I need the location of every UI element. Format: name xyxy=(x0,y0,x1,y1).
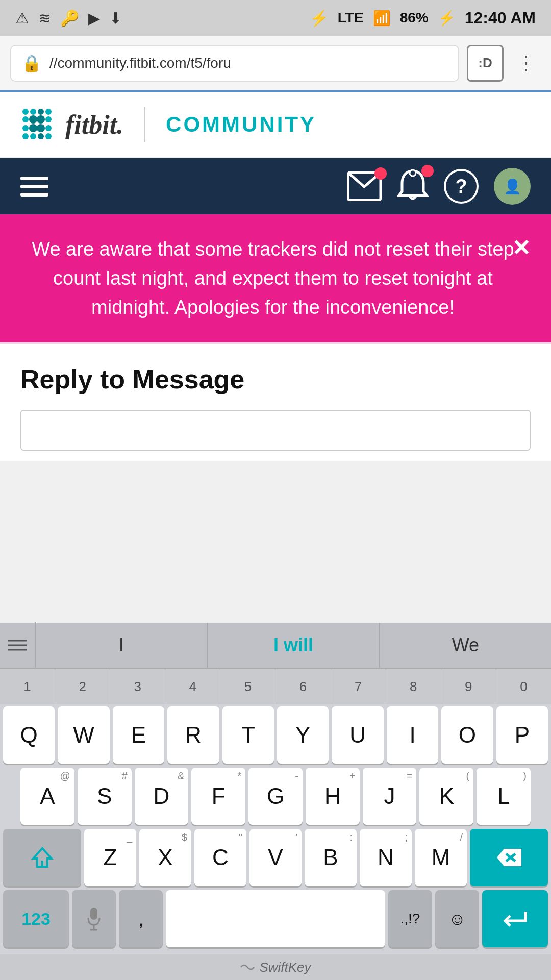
key-b[interactable]: :B xyxy=(305,829,357,886)
key-i[interactable]: I xyxy=(387,706,438,764)
play-icon: ▶ xyxy=(88,9,100,27)
key-m[interactable]: /M xyxy=(415,829,467,886)
prediction-bar: I I will We xyxy=(0,623,551,669)
reply-title: Reply to Message xyxy=(20,364,531,395)
key-row-1: Q W E R T Y U I O P xyxy=(0,704,551,766)
svg-point-12 xyxy=(22,133,29,139)
svg-point-8 xyxy=(22,125,29,131)
enter-key[interactable] xyxy=(482,890,548,947)
pred-menu-icon[interactable] xyxy=(0,622,36,668)
backspace-icon xyxy=(496,848,522,867)
key-g[interactable]: -G xyxy=(248,768,303,825)
avatar[interactable]: 👤 xyxy=(494,168,531,205)
key-v[interactable]: 'V xyxy=(249,829,302,886)
status-icons-right: ⚡ LTE 📶 86% ⚡ 12:40 AM xyxy=(310,9,536,28)
period-key[interactable]: .,!? xyxy=(388,890,432,947)
keyboard: I I will We 1 2 3 4 5 6 7 8 9 0 Q W E R … xyxy=(0,623,551,980)
status-icons-left: ⚠ ≋ 🔑 ▶ ⬇ xyxy=(15,9,122,27)
site-header: fitbit. COMMUNITY xyxy=(0,92,551,158)
page-content: Reply to Message xyxy=(0,342,551,461)
charging-icon: ⚡ xyxy=(438,10,456,27)
prediction-center[interactable]: I will xyxy=(208,623,380,668)
svg-point-7 xyxy=(45,116,52,122)
svg-point-2 xyxy=(38,109,44,115)
key-p[interactable]: P xyxy=(496,706,548,764)
key-h[interactable]: +H xyxy=(306,768,360,825)
tab-button[interactable]: :D xyxy=(467,45,504,82)
svg-point-11 xyxy=(45,125,52,131)
key-n[interactable]: ;N xyxy=(360,829,412,886)
key-z[interactable]: _Z xyxy=(84,829,136,886)
num-hint-1: 1 xyxy=(0,669,55,704)
hamburger-menu[interactable] xyxy=(20,177,48,197)
emoji-key[interactable]: ☺ xyxy=(435,890,479,947)
key-t[interactable]: T xyxy=(222,706,274,764)
key-u[interactable]: U xyxy=(332,706,383,764)
browser-menu-button[interactable]: ⋮ xyxy=(511,52,541,75)
prediction-right[interactable]: We xyxy=(380,623,551,668)
reply-input[interactable] xyxy=(20,410,531,451)
key-e[interactable]: E xyxy=(113,706,164,764)
key-row-2: @A #S &D *F -G +H =J (K )L xyxy=(0,766,551,827)
svg-point-9 xyxy=(29,124,37,132)
mic-key[interactable] xyxy=(72,890,116,947)
key-j[interactable]: =J xyxy=(363,768,417,825)
shift-key[interactable] xyxy=(3,829,81,886)
key-a[interactable]: @A xyxy=(20,768,74,825)
svg-point-3 xyxy=(45,109,52,115)
num-switch-key[interactable]: 123 xyxy=(3,890,69,947)
key-q[interactable]: Q xyxy=(3,706,55,764)
clock: 12:40 AM xyxy=(465,9,536,28)
number-hint-row: 1 2 3 4 5 6 7 8 9 0 xyxy=(0,669,551,704)
svg-rect-26 xyxy=(90,908,97,920)
key-k[interactable]: (K xyxy=(419,768,473,825)
space-key[interactable] xyxy=(166,890,385,947)
nav-icons: ? 👤 xyxy=(347,168,531,205)
key-s[interactable]: #S xyxy=(78,768,132,825)
lock-icon: 🔒 xyxy=(21,54,42,73)
shift-icon xyxy=(31,846,54,869)
key-c[interactable]: "C xyxy=(194,829,246,886)
help-icon[interactable]: ? xyxy=(444,169,479,204)
download-icon: ⬇ xyxy=(109,9,122,27)
key-r[interactable]: R xyxy=(167,706,219,764)
key-y[interactable]: Y xyxy=(277,706,329,764)
key-x[interactable]: $X xyxy=(139,829,191,886)
alert-message: We are aware that some trackers did not … xyxy=(32,238,514,318)
svg-point-4 xyxy=(22,116,29,122)
num-hint-7: 7 xyxy=(331,669,386,704)
key-l[interactable]: )L xyxy=(477,768,531,825)
key-o[interactable]: O xyxy=(441,706,493,764)
notifications-badge xyxy=(421,165,434,177)
wrench-icon: 🔑 xyxy=(60,9,79,27)
prediction-left[interactable]: I xyxy=(36,623,208,668)
messages-badge xyxy=(374,167,387,180)
status-bar: ⚠ ≋ 🔑 ▶ ⬇ ⚡ LTE 📶 86% ⚡ 12:40 AM xyxy=(0,0,551,36)
swiftkey-bar: SwiftKey xyxy=(0,954,551,980)
num-hint-3: 3 xyxy=(110,669,165,704)
nav-bar: ? 👤 xyxy=(0,158,551,214)
header-divider xyxy=(144,107,145,142)
swiftkey-logo: SwiftKey xyxy=(240,960,311,975)
url-text: //community.fitbit.com/t5/foru xyxy=(49,55,448,71)
notifications-icon-wrap[interactable] xyxy=(397,169,429,204)
key-row-3: _Z $X "C 'V :B ;N /M xyxy=(0,827,551,888)
comma-key[interactable]: , xyxy=(119,890,163,947)
brand-name: fitbit. xyxy=(65,110,123,140)
num-hint-6: 6 xyxy=(276,669,331,704)
num-hint-5: 5 xyxy=(220,669,276,704)
mic-icon xyxy=(86,906,102,931)
url-bar[interactable]: 🔒 //community.fitbit.com/t5/foru xyxy=(10,45,459,82)
backspace-key[interactable] xyxy=(470,829,548,886)
svg-point-15 xyxy=(45,133,52,139)
key-d[interactable]: &D xyxy=(135,768,189,825)
alert-close-button[interactable]: ✕ xyxy=(512,235,531,261)
num-hint-8: 8 xyxy=(386,669,441,704)
community-label: COMMUNITY xyxy=(166,112,316,137)
key-w[interactable]: W xyxy=(58,706,109,764)
num-hint-0: 0 xyxy=(496,669,551,704)
fitbit-logo-dots xyxy=(20,107,56,142)
messages-icon-wrap[interactable] xyxy=(347,172,382,201)
svg-point-14 xyxy=(38,133,44,139)
key-f[interactable]: *F xyxy=(191,768,245,825)
